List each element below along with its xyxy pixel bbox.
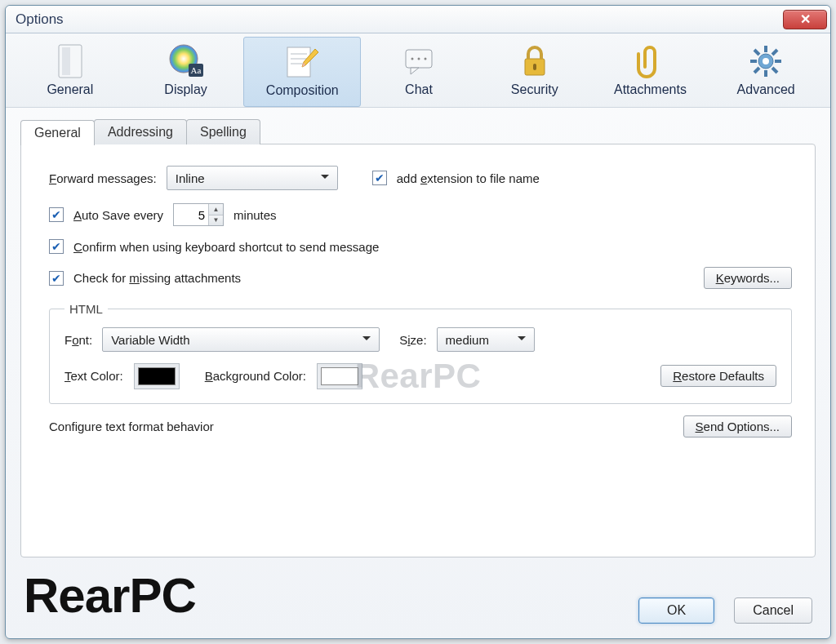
font-row: Font: Variable Width Size: medium (64, 327, 776, 352)
text-color-swatch[interactable] (138, 367, 176, 385)
titlebar: Options ✕ (6, 6, 830, 33)
font-label: Font: (64, 333, 92, 347)
confirm-send-checkbox[interactable]: ✔ (49, 239, 64, 254)
svg-marker-12 (411, 68, 419, 74)
category-label: Chat (364, 82, 474, 97)
brand-watermark: RearPC (24, 567, 619, 624)
category-label: Advanced (711, 82, 820, 97)
restore-defaults-button[interactable]: Restore Defaults (660, 365, 776, 387)
configure-row: Configure text format behavior Send Opti… (49, 415, 792, 437)
autosave-row: ✔ Auto Save every ▲▼ minutes (49, 203, 792, 226)
svg-rect-17 (533, 64, 536, 70)
configure-label: Configure text format behavior (49, 420, 214, 433)
display-icon: Aa (131, 42, 241, 81)
html-legend: HTML (64, 302, 108, 316)
security-icon (480, 42, 589, 81)
confirm-send-row: ✔ Confirm when using keyboard shortcut t… (49, 239, 792, 254)
autosave-label-pre: Auto Save every (73, 208, 163, 222)
category-label: Attachments (596, 82, 705, 97)
svg-point-14 (418, 58, 420, 60)
category-chat[interactable]: Chat (361, 37, 477, 107)
forward-row: Forward messages: Inline ✔ add extension… (49, 166, 792, 190)
html-fieldset: HTML Font: Variable Width Size: medium T… (49, 302, 792, 404)
attachments-icon (596, 42, 705, 81)
composition-icon (247, 42, 357, 82)
check-attachments-row: ✔ Check for missing attachments Keywords… (49, 267, 792, 289)
add-extension-label: add extension to file name (397, 171, 540, 185)
category-security[interactable]: Security (477, 37, 593, 107)
font-value: Variable Width (111, 333, 189, 347)
autosave-spinner[interactable]: ▲▼ (173, 203, 224, 226)
advanced-icon (711, 42, 820, 81)
forward-select[interactable]: Inline (167, 166, 338, 190)
category-label: General (16, 82, 125, 97)
tab-body: RearPC Forward messages: Inline ✔ add ex… (20, 144, 816, 557)
close-button[interactable]: ✕ (783, 10, 827, 29)
text-color-label: Text Color: (64, 369, 123, 383)
tab-general[interactable]: General (20, 120, 95, 145)
category-advanced[interactable]: Advanced (708, 37, 824, 107)
subtabs: General Addressing Spelling (20, 119, 816, 144)
check-attachments-label: Check for missing attachments (73, 271, 241, 285)
size-label: Size: (399, 333, 426, 347)
forward-label: Forward messages: (49, 171, 157, 185)
general-icon (16, 42, 125, 81)
tab-addressing[interactable]: Addressing (94, 119, 187, 144)
cancel-button[interactable]: Cancel (734, 597, 812, 624)
category-composition[interactable]: Composition (243, 37, 361, 107)
category-display[interactable]: Aa Display (128, 37, 244, 107)
add-extension-checkbox[interactable]: ✔ (372, 171, 387, 185)
confirm-send-label: Confirm when using keyboard shortcut to … (73, 240, 379, 254)
check-attachments-checkbox[interactable]: ✔ (49, 271, 64, 286)
svg-point-15 (425, 58, 427, 60)
size-value: medium (446, 333, 489, 347)
bg-color-label: Background Color: (205, 369, 306, 383)
content-area: General Addressing Spelling RearPC Forwa… (6, 108, 830, 564)
autosave-label-post: minutes (233, 208, 277, 222)
category-label: Display (131, 82, 241, 97)
category-general[interactable]: General (12, 37, 128, 107)
bottom-bar: RearPC OK Cancel (6, 564, 830, 638)
spinner-arrows[interactable]: ▲▼ (208, 204, 223, 225)
keywords-button[interactable]: Keywords... (704, 267, 792, 289)
close-icon: ✕ (800, 11, 811, 27)
size-select[interactable]: medium (437, 327, 535, 352)
svg-line-23 (754, 50, 759, 55)
ok-button[interactable]: OK (638, 597, 714, 624)
svg-line-24 (772, 68, 777, 73)
window-title: Options (16, 11, 783, 28)
category-label: Composition (247, 83, 357, 98)
category-toolbar: General Aa (6, 33, 830, 108)
svg-text:Aa: Aa (190, 65, 201, 75)
svg-point-13 (411, 58, 414, 60)
svg-point-27 (763, 58, 769, 64)
svg-line-26 (754, 68, 759, 73)
svg-line-25 (772, 50, 777, 55)
category-attachments[interactable]: Attachments (593, 37, 709, 107)
send-options-button[interactable]: Send Options... (683, 415, 792, 437)
category-label: Security (480, 82, 589, 97)
svg-rect-1 (62, 47, 70, 75)
bg-color-swatch[interactable] (321, 367, 358, 385)
chat-icon (364, 42, 474, 81)
autosave-checkbox[interactable]: ✔ (49, 207, 64, 222)
tab-spelling[interactable]: Spelling (186, 119, 260, 144)
color-row: Text Color: Background Color: Restore De… (64, 365, 776, 387)
forward-value: Inline (176, 171, 205, 185)
autosave-input[interactable] (174, 208, 208, 222)
options-window: Options ✕ General (5, 5, 831, 639)
font-select[interactable]: Variable Width (102, 327, 380, 352)
